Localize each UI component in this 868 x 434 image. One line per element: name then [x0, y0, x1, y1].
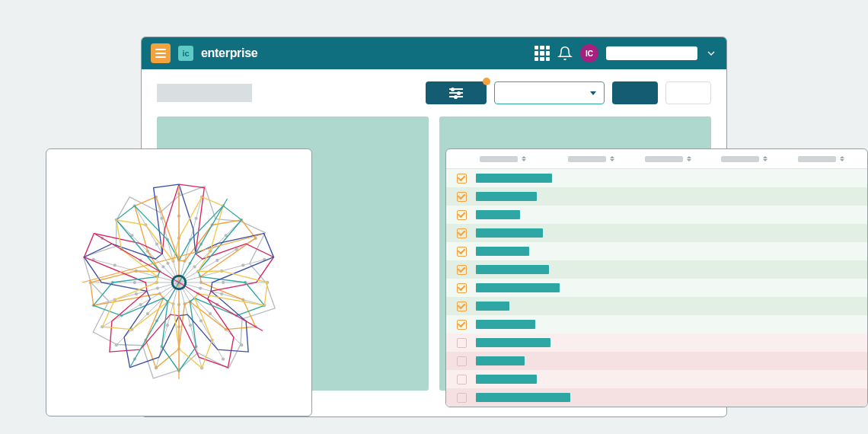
user-avatar[interactable]: IC — [580, 44, 598, 62]
table-row[interactable] — [446, 352, 867, 370]
table-body — [446, 169, 867, 407]
svg-point-87 — [135, 292, 138, 295]
logo-text: enterprise — [201, 46, 257, 60]
filter-badge — [483, 78, 490, 85]
row-checkbox[interactable] — [457, 356, 467, 366]
column-header[interactable] — [783, 156, 860, 162]
svg-point-49 — [240, 343, 243, 346]
row-checkbox[interactable] — [457, 320, 467, 330]
svg-point-16 — [193, 265, 196, 268]
filter-button[interactable] — [426, 81, 487, 104]
table-row[interactable] — [446, 370, 867, 388]
row-value-bar — [476, 320, 535, 329]
column-header[interactable] — [554, 156, 630, 162]
svg-point-28 — [241, 263, 244, 266]
column-label — [480, 156, 518, 162]
chevron-down-icon[interactable] — [705, 47, 717, 59]
primary-action-button[interactable] — [612, 81, 658, 104]
sort-icon[interactable] — [521, 156, 527, 161]
row-checkbox[interactable] — [457, 302, 467, 311]
logo-badge: ic — [178, 46, 193, 61]
row-checkbox[interactable] — [457, 247, 467, 257]
column-label — [798, 156, 836, 162]
row-checkbox[interactable] — [457, 210, 467, 220]
table-row[interactable] — [446, 242, 867, 260]
apps-grid-icon[interactable] — [535, 46, 550, 61]
svg-point-106 — [161, 265, 164, 268]
row-value-bar — [476, 283, 560, 292]
row-value-bar — [476, 302, 509, 311]
table-card — [445, 148, 868, 407]
radial-network-chart — [61, 164, 297, 400]
row-checkbox[interactable] — [457, 174, 467, 183]
row-checkbox[interactable] — [457, 228, 467, 238]
search-input[interactable] — [606, 46, 697, 60]
table-row[interactable] — [446, 315, 867, 333]
svg-point-57 — [189, 324, 192, 327]
column-header[interactable] — [630, 156, 707, 162]
sort-icon[interactable] — [839, 156, 845, 161]
svg-point-82 — [139, 303, 142, 306]
sort-icon[interactable] — [762, 156, 768, 161]
table-row[interactable] — [446, 260, 867, 279]
column-header[interactable] — [707, 156, 783, 162]
row-checkbox[interactable] — [457, 393, 467, 403]
sort-icon[interactable] — [609, 156, 615, 161]
svg-point-92 — [133, 281, 136, 284]
svg-point-77 — [146, 312, 149, 315]
column-label — [645, 156, 683, 162]
page-title — [157, 84, 252, 102]
row-checkbox[interactable] — [457, 192, 467, 202]
filter-dropdown[interactable] — [494, 81, 605, 104]
svg-point-52 — [199, 319, 203, 322]
row-checkbox[interactable] — [457, 375, 467, 385]
svg-point-47 — [209, 312, 212, 315]
column-header[interactable] — [454, 156, 554, 162]
secondary-action-button[interactable] — [665, 81, 711, 104]
table-header — [446, 149, 867, 169]
table-row[interactable] — [446, 333, 867, 352]
table-row[interactable] — [446, 169, 867, 187]
column-label — [568, 156, 606, 162]
row-value-bar — [476, 265, 549, 274]
svg-point-67 — [166, 324, 169, 327]
row-value-bar — [476, 375, 537, 384]
row-value-bar — [476, 338, 550, 347]
table-row[interactable] — [446, 206, 867, 224]
svg-point-98 — [113, 263, 116, 266]
app-toolbar — [142, 69, 726, 116]
chart-card — [46, 148, 312, 416]
svg-point-54 — [222, 358, 225, 361]
row-value-bar — [476, 192, 537, 201]
svg-point-111 — [166, 262, 169, 265]
row-checkbox[interactable] — [457, 338, 467, 348]
svg-point-22 — [215, 259, 219, 262]
column-label — [721, 156, 759, 162]
row-value-bar — [476, 210, 520, 219]
svg-point-32 — [222, 281, 225, 284]
sliders-icon — [449, 88, 463, 97]
caret-down-icon — [590, 91, 596, 95]
row-value-bar — [476, 356, 525, 365]
svg-point-86 — [156, 286, 159, 289]
notifications-icon[interactable] — [557, 46, 573, 61]
row-checkbox[interactable] — [457, 265, 467, 275]
table-row[interactable] — [446, 388, 867, 407]
row-value-bar — [476, 228, 543, 238]
app-header: ic enterprise IC — [142, 37, 726, 69]
svg-point-8 — [194, 217, 197, 220]
svg-point-36 — [199, 286, 202, 289]
svg-point-37 — [220, 292, 223, 295]
table-row[interactable] — [446, 297, 867, 315]
row-value-bar — [476, 247, 529, 256]
table-row[interactable] — [446, 279, 867, 297]
row-value-bar — [476, 174, 552, 183]
menu-button[interactable] — [151, 43, 171, 63]
sort-icon[interactable] — [686, 156, 692, 161]
row-value-bar — [476, 393, 570, 402]
row-checkbox[interactable] — [457, 283, 467, 293]
svg-point-112 — [155, 243, 158, 246]
table-row[interactable] — [446, 224, 867, 242]
svg-point-79 — [115, 343, 118, 346]
table-row[interactable] — [446, 187, 867, 206]
